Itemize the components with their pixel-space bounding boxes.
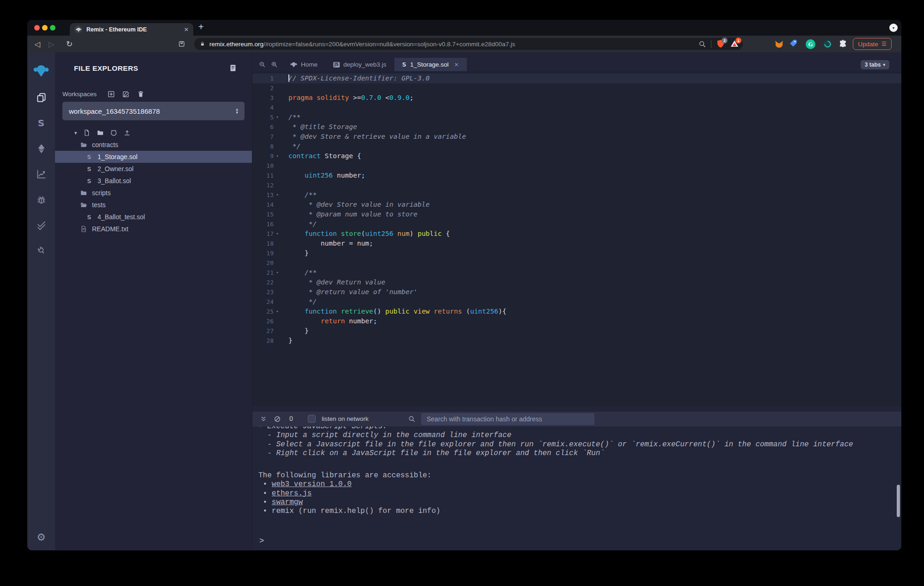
code-line[interactable]: 21▾ /** [252,268,901,278]
terminal-line[interactable]: • swarmgw [258,498,901,507]
metamask-icon[interactable] [774,39,784,49]
editor-zoom-out-icon[interactable] [259,61,266,68]
tab-1-storage[interactable]: S 1_Storage.sol ✕ [394,58,467,71]
code-line[interactable]: 25▾ function retrieve() public view retu… [252,307,901,316]
tree-item-1-storage-sol[interactable]: S1_Storage.sol [55,151,252,163]
update-button[interactable]: Update ☰ [853,38,892,50]
code-line[interactable]: 11 uint256 number; [252,171,901,180]
code-area[interactable]: 1// SPDX-License-Identifier: GPL-3.023pr… [252,71,901,406]
tabs-count-dropdown[interactable]: 3 tabs ▾ [861,60,889,69]
fold-arrow-icon[interactable]: ▾ [274,229,281,239]
tab-deploy-web3[interactable]: JS deploy_web3.js [325,58,394,71]
deploy-and-run-icon[interactable] [35,142,47,154]
code-line[interactable]: 27 } [252,326,901,336]
tree-item-contracts[interactable]: contracts [55,139,252,151]
code-line[interactable]: 6 * @title Storage [252,122,901,132]
code-line[interactable]: 18 number = num; [252,239,901,248]
code-line[interactable]: 9▾contract Storage { [252,151,901,161]
code-line[interactable]: 13▾ /** [252,190,901,200]
back-icon[interactable]: ◁ [35,36,40,52]
tree-item-tests[interactable]: tests [55,199,252,211]
editor-zoom-in-icon[interactable] [271,61,278,68]
fold-arrow-icon[interactable]: ▾ [274,307,281,316]
browser-tab-remix[interactable]: Remix - Ethereum IDE ✕ [70,23,193,36]
tag-extension-icon[interactable] [789,39,798,49]
rename-workspace-icon[interactable] [122,90,130,98]
tree-item-4-ballot-test-sol[interactable]: S4_Ballot_test.sol [55,211,252,223]
code-line[interactable]: 16 */ [252,219,901,229]
code-line[interactable]: 22 * @dev Return value [252,278,901,287]
solidity-compiler-icon[interactable]: S [35,117,47,129]
brave-shield-icon[interactable]: 2 [716,39,725,49]
brave-rewards-icon[interactable]: 1 [730,39,739,49]
terminal-output[interactable]: - Execute JavaScript Scripts: - Input a … [252,426,901,550]
plugin-manager-icon[interactable] [35,244,47,256]
analysis-icon[interactable] [35,168,47,180]
code-line[interactable]: 20 [252,258,901,268]
minimize-window-button[interactable] [42,25,48,31]
code-line[interactable]: 24 */ [252,297,901,307]
code-line[interactable]: 17▾ function store(uint256 num) public { [252,229,901,239]
code-line[interactable]: 23 * @return value of 'number' [252,287,901,297]
debugger-icon[interactable] [35,193,47,205]
tree-item-3-ballot-sol[interactable]: S3_Ballot.sol [55,175,252,187]
collapse-tree-icon[interactable]: ▾ [74,130,77,136]
settings-gear-icon[interactable]: ⚙ [27,531,55,543]
fold-arrow-icon[interactable]: ▾ [274,190,281,200]
grammarly-icon[interactable]: G [806,39,815,49]
upload-file-icon[interactable] [123,129,131,136]
close-tab-icon[interactable]: ✕ [454,62,459,68]
fold-arrow-icon[interactable]: ▾ [274,268,281,278]
workspace-select[interactable]: workspace_16345735186878 ▴▾ [62,102,245,120]
terminal-scrollbar[interactable] [897,485,900,517]
terminal-prompt[interactable]: > [259,537,264,545]
tab-search-icon[interactable]: ▼ [889,24,898,32]
code-line[interactable]: 4 [252,103,901,112]
collapse-terminal-icon[interactable] [260,415,267,423]
close-window-button[interactable] [34,25,40,31]
clear-console-icon[interactable] [274,415,281,423]
remix-logo-icon[interactable] [33,62,49,78]
unit-testing-icon[interactable] [35,219,47,231]
extensions-puzzle-icon[interactable] [838,39,848,49]
code-line[interactable]: 7 * @dev Store & retrieve value in a var… [252,132,901,142]
menu-burger-icon[interactable]: ☰ [881,41,887,47]
new-file-icon[interactable] [83,129,91,136]
code-line[interactable]: 14 * @dev Store value in variable [252,200,901,210]
code-line[interactable]: 1// SPDX-License-Identifier: GPL-3.0 [252,74,901,83]
tree-item-readme-txt[interactable]: README.txt [55,223,252,235]
fullscreen-window-button[interactable] [50,25,55,31]
code-line[interactable]: 12 [252,180,901,190]
tab-close-icon[interactable]: ✕ [184,26,189,33]
reload-icon[interactable]: ↻ [66,36,73,52]
new-tab-button[interactable]: + [198,22,204,32]
code-line[interactable]: 5▾/** [252,112,901,122]
code-line[interactable]: 10 [252,161,901,171]
new-folder-icon[interactable] [97,129,104,136]
code-line[interactable]: 19 } [252,248,901,258]
code-line[interactable]: 15 * @param num value to store [252,210,901,219]
bookmark-sidebar-icon[interactable] [178,40,185,48]
github-import-icon[interactable] [110,129,117,136]
code-line[interactable]: 3pragma solidity >=0.7.0 <0.9.0; [252,93,901,103]
tree-item-scripts[interactable]: scripts [55,187,252,199]
tab-home[interactable]: Home [282,58,325,71]
terminal-search-input[interactable] [421,413,594,425]
fold-arrow-icon[interactable]: ▾ [274,112,281,122]
terminal-line[interactable]: • ethers.js [258,489,901,498]
code-line[interactable]: 28} [252,336,901,345]
teal-extension-icon[interactable] [823,39,832,49]
library-icon[interactable] [229,64,237,72]
file-explorer-icon[interactable] [35,92,47,104]
delete-workspace-icon[interactable] [137,90,145,98]
forward-icon[interactable]: ▷ [49,36,54,52]
page-zoom-icon[interactable] [698,40,706,48]
address-bar[interactable]: remix.ethereum.org/#optimize=false&runs=… [194,38,743,50]
terminal-line[interactable]: • web3 version 1.0.0 [258,480,901,489]
code-line[interactable]: 2 [252,83,901,93]
fold-arrow-icon[interactable]: ▾ [274,151,281,161]
code-line[interactable]: 8 */ [252,142,901,151]
code-line[interactable]: 26 return number; [252,316,901,326]
create-workspace-icon[interactable] [107,90,115,98]
listen-network-checkbox[interactable] [308,415,316,423]
